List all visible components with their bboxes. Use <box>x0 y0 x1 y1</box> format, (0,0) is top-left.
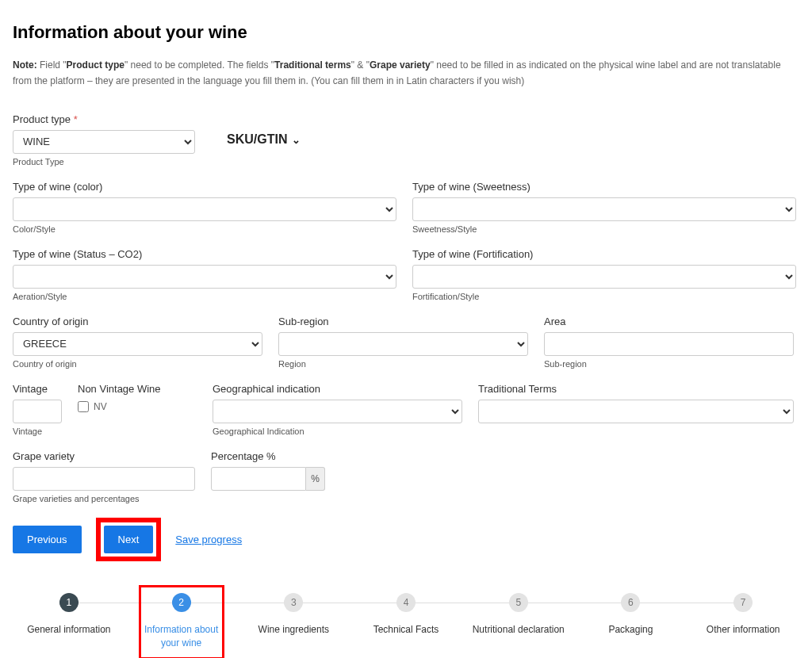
tt-select[interactable] <box>478 400 794 423</box>
gi-select[interactable] <box>213 400 462 423</box>
step-3[interactable]: 3 Wine ingredients <box>237 593 350 637</box>
country-select[interactable]: GREECE <box>13 332 262 356</box>
next-button-highlight: Next <box>96 518 162 561</box>
nv-label: Non Vintage Wine <box>78 383 197 395</box>
note-text: Note: Field "Product type" need to be co… <box>13 57 790 90</box>
chevron-down-icon: ⌄ <box>292 134 301 146</box>
step-7[interactable]: 7 Other information <box>687 593 799 637</box>
color-select[interactable] <box>13 197 396 221</box>
save-progress-link[interactable]: Save progress <box>175 534 242 545</box>
subregion-label: Sub-region <box>278 316 528 327</box>
pct-label: Percentage % <box>211 450 325 462</box>
grape-input[interactable] <box>13 467 195 491</box>
area-input[interactable] <box>544 332 794 356</box>
percentage-input[interactable] <box>211 467 306 491</box>
color-label: Type of wine (color) <box>13 181 396 193</box>
step-5[interactable]: 5 Nutritional declaration <box>462 593 575 637</box>
sku-gtin-toggle[interactable]: SKU/GTIN ⌄ <box>227 132 301 147</box>
area-label: Area <box>544 316 794 327</box>
page-title: Information about your wine <box>13 22 799 43</box>
step-1[interactable]: 1 General information <box>13 593 125 637</box>
vintage-input[interactable] <box>13 400 62 423</box>
product-type-label: Product type * <box>13 113 195 125</box>
nv-checkbox[interactable] <box>78 401 89 412</box>
status-label: Type of wine (Status – CO2) <box>13 248 396 260</box>
nv-cb-label: NV <box>94 401 107 412</box>
tt-label: Traditional Terms <box>478 383 794 395</box>
progress-stepper: 1 General information 2 Information abou… <box>13 593 799 650</box>
product-type-select[interactable]: WINE <box>13 130 195 154</box>
vintage-label: Vintage <box>13 383 62 395</box>
next-button[interactable]: Next <box>104 526 154 553</box>
gi-label: Geographical indication <box>213 383 462 395</box>
sweetness-select[interactable] <box>412 197 796 221</box>
fortification-select[interactable] <box>412 265 796 289</box>
fortification-label: Type of wine (Fortification) <box>412 248 796 260</box>
percent-icon: % <box>306 467 325 491</box>
step-6[interactable]: 6 Packaging <box>575 593 688 637</box>
country-label: Country of origin <box>13 316 262 327</box>
previous-button[interactable]: Previous <box>13 526 82 553</box>
step-4[interactable]: 4 Technical Facts <box>350 593 462 637</box>
sweetness-label: Type of wine (Sweetness) <box>412 181 796 193</box>
status-select[interactable] <box>13 265 396 289</box>
step-2[interactable]: 2 Information about your wine <box>125 593 238 650</box>
subregion-select[interactable] <box>278 332 528 356</box>
grape-label: Grape variety <box>13 450 195 462</box>
product-type-helper: Product Type <box>13 157 195 166</box>
